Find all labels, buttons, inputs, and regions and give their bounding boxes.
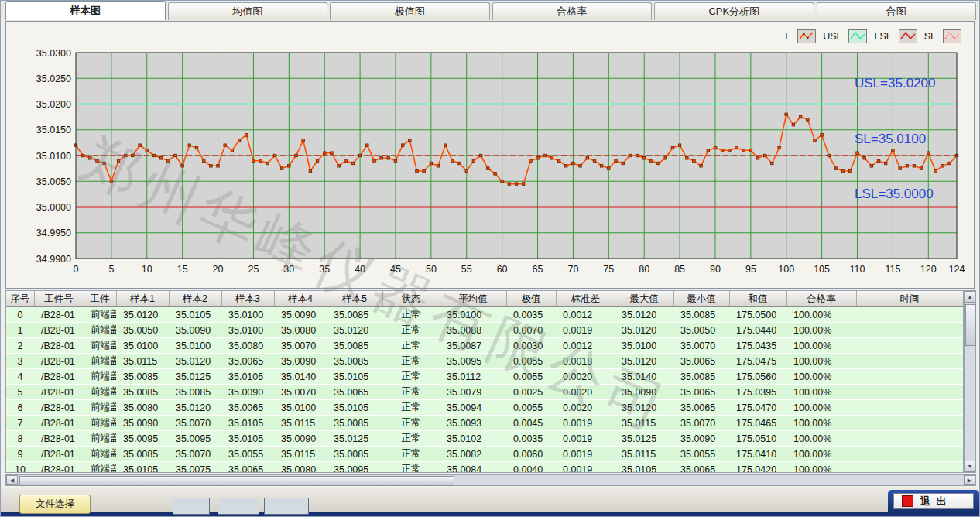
table-header-cell[interactable]: 平均值 <box>440 291 506 307</box>
file-select-button[interactable]: 文件选择 <box>19 495 91 514</box>
table-header-cell[interactable]: 工件 <box>84 291 116 307</box>
table-cell: 175.0475 <box>729 354 786 369</box>
table-row[interactable]: 1/B28-01前端盖35.005035.009035.010035.00803… <box>6 323 963 338</box>
table-header-cell[interactable]: 和值 <box>729 291 786 307</box>
vertical-scroll-thumb[interactable] <box>965 304 976 346</box>
table-header-cell[interactable]: 样本1 <box>116 291 169 307</box>
table-header-cell[interactable]: 样本4 <box>274 291 327 307</box>
tab-combined-chart[interactable]: 合图 <box>817 2 977 20</box>
table-header-cell[interactable]: 时间 <box>856 291 963 307</box>
table-row[interactable]: 2/B28-01前端盖35.010035.010035.008035.00703… <box>6 338 963 354</box>
table-cell: 35.0120 <box>615 354 673 369</box>
table-cell: 35.0090 <box>221 385 274 400</box>
tab-cpk-analysis[interactable]: CPK分析图 <box>654 2 814 20</box>
table-horizontal-scrollbar[interactable]: ◀ ▶ <box>5 474 976 486</box>
table-cell: 35.0085 <box>327 354 382 369</box>
table-header-cell[interactable]: 合格率 <box>786 291 856 307</box>
table-cell: 100.00% <box>786 369 856 385</box>
table-cell: 35.0070 <box>274 385 327 400</box>
table-cell: 0.0055 <box>506 369 556 385</box>
table-cell: 8 <box>6 431 34 447</box>
table-cell: 前端盖 <box>84 369 116 385</box>
table-cell: 100.00% <box>786 307 856 323</box>
table-row[interactable]: 0/B28-01前端盖35.012035.010535.010035.00903… <box>6 307 963 323</box>
table-cell: 35.0120 <box>169 400 221 416</box>
scroll-down-icon[interactable]: ▼ <box>965 461 975 472</box>
table-cell: 35.0080 <box>116 400 169 416</box>
table-header-cell[interactable]: 极值 <box>506 291 556 307</box>
table-cell: /B28-01 <box>34 354 84 369</box>
table-header-cell[interactable]: 序号 <box>6 291 34 307</box>
table-row[interactable]: 4/B28-01前端盖35.008535.012535.010535.01403… <box>6 369 963 385</box>
table-cell: /B28-01 <box>34 447 84 462</box>
table-cell: 2 <box>6 338 34 354</box>
background-window-fragment <box>264 498 309 515</box>
table-cell: 35.0105 <box>221 369 274 385</box>
table-row[interactable]: 8/B28-01前端盖35.009535.009535.010535.00903… <box>6 431 963 447</box>
svg-text:100: 100 <box>778 264 794 275</box>
table-row[interactable]: 9/B28-01前端盖35.008535.007035.005535.01153… <box>6 447 963 462</box>
table-row[interactable]: 5/B28-01前端盖35.008535.008535.009035.00703… <box>6 385 963 400</box>
table-cell: 35.0120 <box>615 307 673 323</box>
sl-line-icon <box>943 29 961 43</box>
app-window: 样本图 均值图 极值图 合格率 CPK分析图 合图 L USL LSL SL 3 <box>0 0 980 517</box>
exit-square-icon <box>902 495 913 507</box>
horizontal-scroll-thumb[interactable] <box>19 476 454 486</box>
table-header-cell[interactable]: 样本2 <box>169 291 221 307</box>
table-cell <box>856 416 963 431</box>
table-header-cell[interactable]: 样本3 <box>221 291 274 307</box>
scroll-left-icon[interactable]: ◀ <box>6 475 18 485</box>
tab-sample-chart[interactable]: 样本图 <box>5 1 166 20</box>
table-cell: /B28-01 <box>34 338 84 354</box>
table-cell: 0.0060 <box>506 447 556 462</box>
table-cell: 35.0105 <box>327 400 382 416</box>
table-cell: 100.00% <box>786 447 856 462</box>
table-cell: 0.0019 <box>556 323 615 338</box>
series-line-icon <box>797 29 816 43</box>
table-cell <box>856 400 963 416</box>
table-cell: /B28-01 <box>34 431 84 447</box>
svg-text:35.0300: 35.0300 <box>36 48 71 59</box>
svg-text:85: 85 <box>674 264 685 275</box>
table-cell: /B28-01 <box>34 369 84 385</box>
table-cell: 正常 <box>382 462 440 474</box>
table-cell: 35.0115 <box>615 416 673 431</box>
table-row[interactable]: 6/B28-01前端盖35.008035.012035.006535.01003… <box>6 400 963 416</box>
svg-text:35.0050: 35.0050 <box>36 176 71 187</box>
table-row[interactable]: 10/B28-01前端盖35.010535.007535.006535.0080… <box>6 462 963 474</box>
table-cell: 前端盖 <box>84 385 116 400</box>
table-cell: 35.0070 <box>673 338 729 354</box>
svg-text:75: 75 <box>603 264 614 275</box>
table-cell: 35.0095 <box>440 354 506 369</box>
table-cell: 35.0070 <box>274 338 327 354</box>
tab-mean-chart[interactable]: 均值图 <box>168 2 328 20</box>
table-cell: 35.0065 <box>673 462 729 474</box>
chart-panel: L USL LSL SL 35.030035.025035.020035.015… <box>5 21 975 289</box>
table-cell: 0.0020 <box>556 385 615 400</box>
table-cell: 35.0055 <box>221 447 274 462</box>
table-cell: 35.0102 <box>440 431 506 447</box>
tab-range-chart[interactable]: 极值图 <box>330 2 490 20</box>
table-cell: 35.0065 <box>221 462 274 474</box>
table-cell: 0.0018 <box>556 354 615 369</box>
table-cell: 9 <box>6 447 34 462</box>
table-cell: /B28-01 <box>34 385 84 400</box>
scroll-up-icon[interactable]: ▲ <box>965 291 975 303</box>
svg-text:95: 95 <box>745 264 756 275</box>
table-header-cell[interactable]: 最大值 <box>615 291 673 307</box>
table-row[interactable]: 7/B28-01前端盖35.009035.007035.010535.01153… <box>6 416 963 431</box>
table-cell: 35.0105 <box>615 462 673 474</box>
table-header-cell[interactable]: 最小值 <box>673 291 729 307</box>
table-vertical-scrollbar[interactable]: ▲ ▼ <box>964 290 976 473</box>
table-cell: 0.0045 <box>506 416 556 431</box>
tab-pass-rate[interactable]: 合格率 <box>492 2 653 20</box>
table-header-cell[interactable]: 状态 <box>382 291 440 307</box>
table-cell: 100.00% <box>786 323 856 338</box>
exit-button[interactable]: 退 出 <box>893 493 974 509</box>
table-cell: 4 <box>6 369 34 385</box>
scroll-right-icon[interactable]: ▶ <box>964 475 975 485</box>
table-header-cell[interactable]: 工件号 <box>34 291 84 307</box>
table-row[interactable]: 3/B28-01前端盖35.011535.012035.006535.00903… <box>6 354 963 369</box>
table-header-cell[interactable]: 标准差 <box>556 291 615 307</box>
table-header-cell[interactable]: 样本5 <box>327 291 382 307</box>
